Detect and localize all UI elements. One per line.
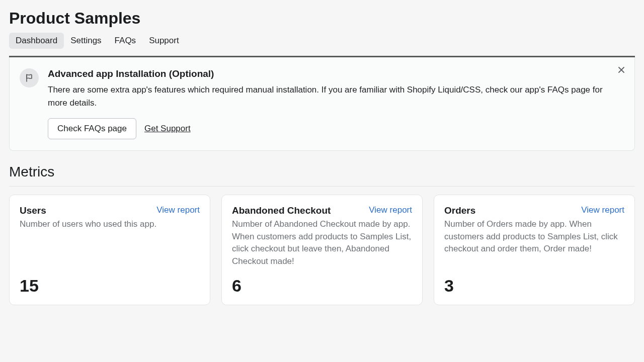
metrics-cards: Users View report Number of users who us… xyxy=(9,195,635,305)
metric-value: 15 xyxy=(20,268,200,296)
metric-title: Users xyxy=(20,205,46,216)
tab-faqs[interactable]: FAQs xyxy=(108,33,143,49)
metric-card-users: Users View report Number of users who us… xyxy=(9,195,210,305)
view-report-link[interactable]: View report xyxy=(156,205,200,215)
metric-description: Number of Abandoned Checkout made by app… xyxy=(232,218,412,268)
get-support-link[interactable]: Get Support xyxy=(144,124,191,134)
banner-description: There are some extra app's features whic… xyxy=(48,83,624,109)
flag-icon xyxy=(20,68,39,87)
close-icon[interactable] xyxy=(615,64,627,76)
tab-dashboard[interactable]: Dashboard xyxy=(9,33,64,49)
check-faqs-button[interactable]: Check FAQs page xyxy=(48,118,136,139)
metric-card-abandoned-checkout: Abandoned Checkout View report Number of… xyxy=(221,195,423,305)
tab-support[interactable]: Support xyxy=(142,33,186,49)
metric-value: 3 xyxy=(444,268,624,296)
metric-title: Abandoned Checkout xyxy=(232,205,331,216)
page-title: Product Samples xyxy=(9,9,635,28)
banner-title: Advanced app Installation (Optional) xyxy=(48,68,624,79)
metric-description: Number of Orders made by app. When custo… xyxy=(444,218,624,255)
metric-card-orders: Orders View report Number of Orders made… xyxy=(434,195,635,305)
metric-title: Orders xyxy=(444,205,475,216)
tab-settings[interactable]: Settings xyxy=(64,33,108,49)
metric-value: 6 xyxy=(232,268,412,296)
tabs-bar: Dashboard Settings FAQs Support xyxy=(9,33,635,57)
view-report-link[interactable]: View report xyxy=(581,205,624,215)
view-report-link[interactable]: View report xyxy=(369,205,412,215)
metrics-heading: Metrics xyxy=(9,164,635,187)
metric-description: Number of users who used this app. xyxy=(20,218,200,231)
install-banner: Advanced app Installation (Optional) The… xyxy=(9,57,635,151)
